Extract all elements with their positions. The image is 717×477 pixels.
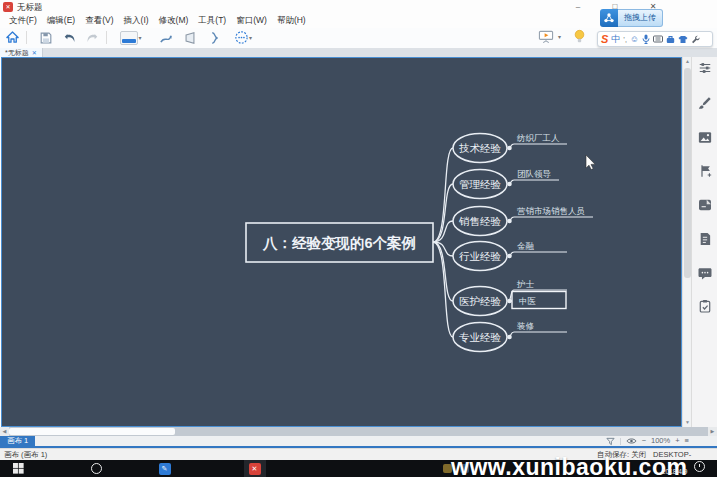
toolbar-separator [26,31,27,44]
eye-icon[interactable] [626,437,637,445]
leaf-node[interactable]: 团队领导 [510,169,560,185]
mindmap-app-icon: ✕ [249,463,261,475]
canvas-tab-1[interactable]: 画布 1 [0,436,35,446]
presentation-button[interactable] [538,29,554,44]
filter-icon[interactable] [606,437,615,446]
branch-label: 销售经验 [458,215,502,227]
leaf-connector [510,180,560,184]
scroll-left-arrow[interactable]: ◀ [0,427,9,436]
wrench-icon[interactable] [691,35,700,44]
toolbox-icon[interactable] [666,35,675,44]
branch-node[interactable]: 管理经验 [453,170,512,199]
document-tab-bar: *无标题 ✕ [0,48,717,57]
zoom-out-button[interactable]: − [642,436,646,446]
comment-icon[interactable] [697,265,713,281]
save-button[interactable] [36,29,56,46]
controls-divider [620,438,621,445]
home-button[interactable] [2,29,22,46]
branch-node[interactable]: 销售经验 [453,207,512,236]
image-icon[interactable] [697,129,713,145]
ime-mode-chinese[interactable]: 中 [611,33,620,46]
sogou-logo-icon[interactable]: S [601,32,608,46]
leaf-node[interactable]: 装修 [510,321,568,338]
mic-icon[interactable] [642,34,650,44]
branch-label: 行业经验 [459,250,502,262]
vertical-scroll-thumb[interactable] [684,68,691,278]
relationship-icon [159,31,174,45]
menu-item-0[interactable]: 文件(F) [4,15,42,27]
clock-icon [694,461,705,472]
branch-node[interactable]: 专业经验 [453,323,512,352]
relationship-button[interactable] [156,29,176,46]
center-node[interactable]: 八：经验变现的6个案例 [246,223,433,262]
menu-item-7[interactable]: 帮助(H) [272,15,311,27]
more-tools-button[interactable]: ▾ [228,29,258,46]
start-button[interactable] [12,462,25,475]
pen-app-icon: ✎ [159,463,171,475]
mindmap-graphic: 八：经验变现的6个案例技术经验纺织厂工人管理经验团队领导销售经验营销市场销售人员… [2,58,681,426]
undo-button[interactable] [60,29,80,46]
toolbar-separator [106,31,107,44]
branch-label: 技术经验 [459,142,502,154]
cortana-button[interactable] [90,462,103,475]
mindmap-canvas[interactable]: 八：经验变现的6个案例技术经验纺织厂工人管理经验团队领导销售经验营销市场销售人员… [1,57,682,427]
window-title: 无标题 [17,2,43,14]
app-logo-icon: ✕ [3,2,13,12]
document-tab-label: *无标题 [5,48,29,58]
ime-punctuation[interactable]: ’, [623,36,627,43]
idea-bulb-button[interactable] [573,29,586,44]
branch-label: 专业经验 [459,331,502,343]
menu-item-1[interactable]: 编辑(E) [42,15,80,27]
chevron-down-icon[interactable]: ▾ [558,33,561,40]
scroll-right-arrow[interactable]: ▶ [708,427,717,436]
boundary-button[interactable] [180,29,200,46]
task-icon[interactable] [697,298,713,314]
menu-item-6[interactable]: 窗口(W) [231,15,272,27]
leaf-node[interactable]: 营销市场销售人员 [510,206,594,222]
sticker-icon[interactable] [697,197,713,213]
minimize-button[interactable]: – [563,0,593,13]
branch-node[interactable]: 行业经验 [453,242,512,271]
taskbar-date: 2018/4/9 [662,468,687,475]
more-icon [234,30,249,45]
canvas-tab-bar: 画布 1 − 100% + ≡ [0,436,717,448]
boundary-icon [183,31,197,45]
taskbar-app-notes[interactable]: ✎ [158,462,171,475]
keyboard-icon[interactable] [653,35,663,43]
upload-button-label: 拖拽上传 [618,9,663,27]
menu-item-2[interactable]: 查看(V) [80,15,118,27]
drag-upload-button[interactable]: 拖拽上传 [600,9,663,27]
leaf-node[interactable]: 纺织厂工人 [510,133,568,149]
horizontal-scroll-thumb[interactable] [9,428,175,435]
menu-item-4[interactable]: 修改(M) [154,15,194,27]
format-brush-icon[interactable] [697,95,713,111]
leaf-connector [510,217,594,221]
branch-node[interactable]: 医护经验 [453,287,512,316]
flag-icon[interactable] [697,163,713,179]
zoom-in-button[interactable]: + [675,436,679,446]
branch-node[interactable]: 技术经验 [453,134,512,163]
menu-item-5[interactable]: 工具(T) [193,15,231,27]
document-tab-untitled[interactable]: *无标题 ✕ [0,48,43,57]
ime-toolbar: S 中 ’, ☺ [597,31,713,47]
structure-icon[interactable] [697,60,713,76]
emoji-icon[interactable]: ☺ [630,32,639,46]
undo-icon [63,31,77,44]
skin-icon[interactable] [678,35,688,44]
save-icon [39,31,53,45]
summary-button[interactable] [204,29,224,46]
taskbar-app-mindmap[interactable]: ✕ [248,462,261,475]
leaf-node[interactable]: 中医 [510,292,567,309]
menu-item-3[interactable]: 插入(I) [119,15,154,27]
zoom-menu-button[interactable]: ≡ [685,436,689,446]
style-button[interactable]: ▾ [118,29,144,46]
leaf-node[interactable]: 金融 [510,241,568,257]
application-window: ✕ 无标题 – □ ✕ 文件(F)编辑(E)查看(V)插入(I)修改(M)工具(… [0,0,717,477]
mouse-cursor [586,155,595,170]
tab-close-icon[interactable]: ✕ [32,49,37,56]
horizontal-scrollbar[interactable]: ◀ ▶ [0,427,717,436]
note-icon[interactable] [697,231,713,247]
leaf-label: 护士 [516,279,535,289]
style-swatch-icon [120,31,138,45]
redo-button[interactable] [82,29,102,46]
